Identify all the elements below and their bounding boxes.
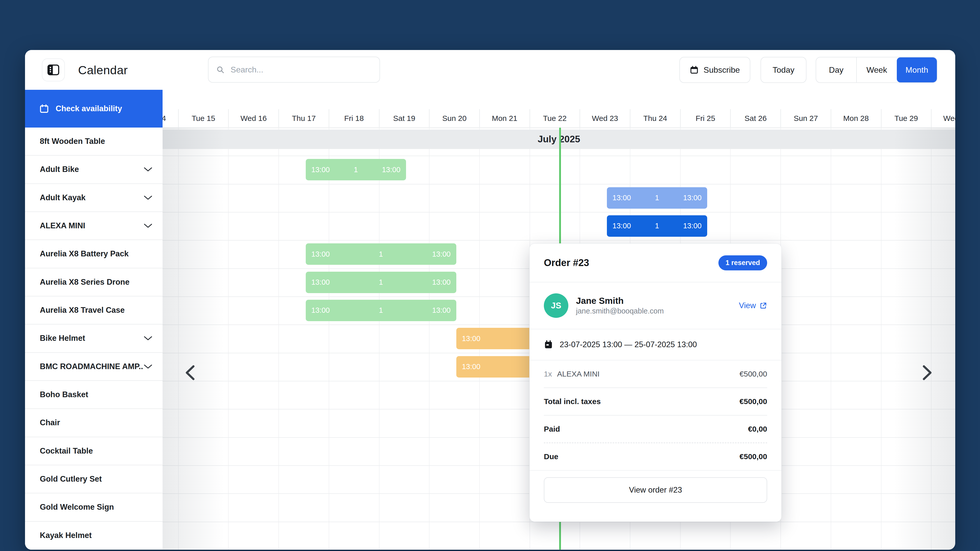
sidebar-item-boho-basket[interactable]: Boho Basket [25, 381, 162, 409]
reservation-block-alexa-mini[interactable]: 13:00113:00 [607, 215, 707, 237]
reservation-block-aurelia-x8-travel-case[interactable]: 13:00113:00 [306, 300, 456, 321]
today-button[interactable]: Today [760, 57, 807, 83]
sidebar-item-aurelia-x8-travel-case[interactable]: Aurelia X8 Travel Case [25, 297, 162, 324]
reservation-block-adult-bike[interactable]: 13:00113:00 [306, 159, 406, 180]
scroll-right-button[interactable] [918, 361, 936, 384]
grid-column-line [278, 127, 279, 550]
sidebar-toggle-button[interactable] [42, 59, 65, 81]
reservation-quantity: 1 [379, 278, 383, 286]
day-header-cell: Wed 30 [931, 109, 955, 127]
order-popover-header: Order #23 1 reserved [530, 244, 781, 282]
day-header-cell: Fri 25 [680, 109, 730, 127]
reservation-start-time: 13:00 [311, 278, 330, 286]
view-order-button[interactable]: View order #23 [544, 477, 767, 503]
line-item-qty: 1x [544, 370, 552, 378]
sidebar-item-label: Bike Helmet [40, 333, 144, 343]
calendar-app-window: July 2025 Mon 14Tue 15Wed 16Thu 17Fri 18… [25, 50, 955, 550]
sidebar-item-label: Adult Kayak [40, 193, 144, 202]
view-switcher: Day Week Month [816, 57, 937, 83]
day-header-cell: Thu 24 [630, 109, 680, 127]
total-label: Total incl. taxes [544, 397, 601, 406]
sidebar-item-label: BMC ROADMACHINE AMP... [40, 362, 144, 371]
sidebar-item-label: Gold Cutlery Set [40, 475, 152, 484]
day-header-cell: Sun 20 [429, 109, 479, 127]
reservation-start-time: 13:00 [462, 334, 480, 343]
panel-toggle-icon [48, 65, 59, 75]
topbar: Calendar Subscribe Today Day Week Month [25, 50, 955, 90]
reservation-quantity: 1 [655, 222, 659, 230]
search-input[interactable] [230, 65, 372, 75]
sidebar-item-aurelia-x8-series-drone[interactable]: Aurelia X8 Series Drone [25, 268, 162, 297]
search-box[interactable] [208, 57, 380, 83]
sidebar-item-label: Chair [40, 418, 152, 427]
sidebar-item-label: Cocktail Table [40, 446, 152, 456]
sidebar-item-alexa-mini[interactable]: ALEXA MINI [25, 212, 162, 240]
reservation-block-aurelia-x8-battery-pack[interactable]: 13:00113:00 [306, 243, 456, 265]
subscribe-button[interactable]: Subscribe [679, 57, 750, 83]
grid-column-line [429, 127, 430, 550]
scroll-fade-right [894, 127, 955, 550]
grid-row-line [25, 324, 955, 325]
sidebar-item-adult-kayak[interactable]: Adult Kayak [25, 184, 162, 212]
calendar-icon [39, 104, 49, 114]
grid-column-line [228, 127, 229, 550]
scroll-left-button[interactable] [181, 361, 199, 384]
chevron-down-icon [144, 364, 152, 369]
sidebar-item-label: ALEXA MINI [40, 221, 144, 230]
reservation-quantity: 1 [354, 165, 358, 174]
order-popover-footer: View order #23 [530, 471, 781, 503]
sidebar-item-adult-bike[interactable]: Adult Bike [25, 156, 162, 184]
grid-column-line [881, 127, 881, 550]
day-header-cell: Wed 16 [228, 109, 278, 127]
paid-row: Paid €0,00 [544, 415, 767, 443]
customer-email: jane.smith@booqable.com [576, 306, 731, 316]
sidebar-item-label: Kayak Helmet [40, 531, 152, 540]
reservation-block-aurelia-x8-series-drone[interactable]: 13:00113:00 [306, 272, 456, 293]
reservation-end-time: 13:00 [432, 306, 451, 314]
sidebar-item-bike-helmet[interactable]: Bike Helmet [25, 324, 162, 353]
sidebar-item-cocktail-table[interactable]: Cocktail Table [25, 437, 162, 465]
items-sidebar: Check availability 8ft Wooden TableAdult… [25, 90, 162, 550]
reserved-badge: 1 reserved [718, 256, 767, 270]
subscribe-label: Subscribe [703, 65, 740, 75]
grid-column-line [178, 127, 179, 550]
sidebar-item-gold-welcome-sign[interactable]: Gold Welcome Sign [25, 493, 162, 521]
view-month[interactable]: Month [897, 57, 937, 83]
order-line-item: 1xALEXA MINI €500,00 [544, 360, 767, 387]
day-header-cell: Wed 23 [579, 109, 630, 127]
grid-column-line [379, 127, 380, 550]
customer-name: Jane Smith [576, 295, 731, 306]
external-link-icon [759, 302, 767, 310]
paid-amount: €0,00 [748, 425, 767, 433]
day-header-cell: Tue 15 [178, 109, 228, 127]
reservation-start-time: 13:00 [462, 362, 480, 371]
day-header-cell: Sat 19 [379, 109, 429, 127]
grid-row-line [25, 409, 955, 410]
chevron-left-icon [184, 365, 196, 381]
day-header-cell: Tue 22 [530, 109, 580, 127]
check-availability-button[interactable]: Check availability [25, 90, 162, 127]
day-header-cell: Thu 17 [278, 109, 329, 127]
grid-column-line [931, 127, 932, 550]
sidebar-item-list: 8ft Wooden TableAdult BikeAdult KayakALE… [25, 127, 162, 550]
sidebar-item-gold-cutlery-set[interactable]: Gold Cutlery Set [25, 465, 162, 493]
reservation-end-time: 13:00 [382, 165, 401, 174]
rental-period-row: 23-07-2025 13:00 — 25-07-2025 13:00 [530, 329, 781, 360]
view-day[interactable]: Day [816, 57, 856, 83]
reservation-start-time: 13:00 [612, 222, 631, 230]
sidebar-item-bmc-roadmachine-amp[interactable]: BMC ROADMACHINE AMP... [25, 353, 162, 381]
reservation-block-adult-kayak[interactable]: 13:00113:00 [607, 187, 707, 209]
sidebar-item-chair[interactable]: Chair [25, 409, 162, 437]
grid-row-line [25, 522, 955, 522]
view-customer-link[interactable]: View [739, 301, 767, 310]
view-week[interactable]: Week [856, 57, 897, 83]
reservation-end-time: 13:00 [683, 222, 702, 230]
sidebar-item-aurelia-x8-battery-pack[interactable]: Aurelia X8 Battery Pack [25, 240, 162, 268]
calendar-grid[interactable]: July 2025 Mon 14Tue 15Wed 16Thu 17Fri 18… [25, 90, 955, 550]
due-amount: €500,00 [740, 452, 767, 461]
sidebar-item-label: Aurelia X8 Series Drone [40, 278, 152, 287]
sidebar-item-8ft-wooden-table[interactable]: 8ft Wooden Table [25, 127, 162, 156]
reservation-start-time: 13:00 [311, 165, 330, 174]
sidebar-item-kayak-helmet[interactable]: Kayak Helmet [25, 522, 162, 550]
grid-row-line [25, 212, 955, 213]
